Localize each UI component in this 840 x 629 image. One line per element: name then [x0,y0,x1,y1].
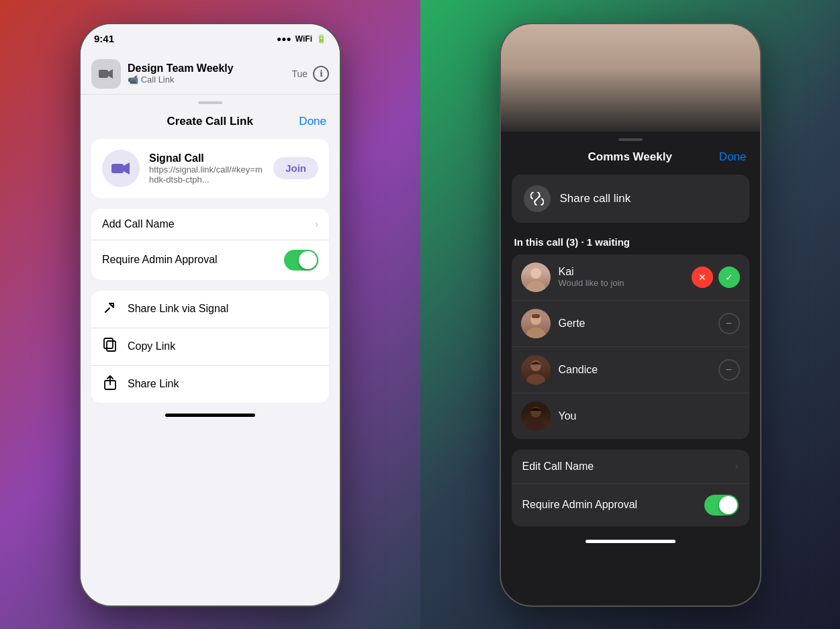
sheet-header: Create Call Link Done [81,115,340,139]
edit-call-name-row[interactable]: Edit Call Name › [512,450,749,484]
require-admin-label: Require Admin Approval [102,254,284,266]
nav-title-container: Design Team Weekly 📹 🎥 Call Link Call Li… [128,62,285,85]
edit-call-name-chevron: › [735,461,738,473]
svg-point-8 [530,268,541,279]
status-icons-left: ●●● WiFi 🔋 [277,34,326,44]
time-left: 9:41 [94,33,114,44]
day-label: Tue [291,68,308,79]
edit-call-name-label: Edit Call Name [522,461,735,473]
home-indicator-left [165,414,255,417]
svg-marker-3 [124,162,130,175]
add-call-name-label: Add Call Name [102,218,315,230]
accept-button-kai[interactable]: ✓ [718,267,740,288]
participant-info-candice: Candice [559,364,710,376]
require-admin-row[interactable]: Require Admin Approval [91,240,329,280]
participant-name-candice: Candice [559,364,710,376]
copy-link-label: Copy Link [128,340,175,352]
admin-approval-toggle-right[interactable] [704,495,739,516]
participant-name-you: You [559,410,740,422]
svg-point-15 [526,374,545,385]
participant-info-kai: Kai Would like to join [559,266,684,288]
require-admin-row-right[interactable]: Require Admin Approval [512,484,749,526]
chevron-icon: › [315,218,318,230]
dark-handle [618,138,643,141]
participant-name-kai: Kai [559,266,684,278]
dark-title: Comms Weekly [541,150,719,164]
copy-icon [102,338,118,356]
admin-approval-toggle[interactable] [284,250,318,271]
video-icon-small: 📹 [128,75,138,85]
dark-settings-section: Edit Call Name › Require Admin Approval [512,450,749,526]
call-icon [102,150,140,187]
add-call-name-row[interactable]: Add Call Name › [91,209,329,240]
nav-main-title: Design Team Weekly [128,62,285,75]
call-link-url: https://signal.link/call/#key=mhdk-dtsb-… [149,164,264,185]
reject-button-kai[interactable]: ✕ [692,267,713,288]
call-section-header: In this call (3) · 1 waiting [501,236,760,254]
participant-actions-gerte: − [718,313,740,334]
share-via-signal-row[interactable]: Share Link via Signal [91,291,329,328]
participant-row-gerte: Gerte − [512,301,749,347]
status-bar-left: 9:41 ●●● WiFi 🔋 [81,24,340,54]
avatar-kai [521,262,551,292]
share-call-link-button[interactable]: Share call link [512,175,749,223]
remove-button-gerte[interactable]: − [718,313,740,334]
share-call-link-label: Share call link [560,192,631,205]
sheet-title: Create Call Link [121,115,299,128]
toggle-knob [299,251,317,269]
participant-status-kai: Would like to join [559,278,684,288]
nav-video-icon [91,59,121,89]
right-phone-frame: Comms Weekly Done Share call link In thi… [500,23,761,607]
svg-rect-4 [107,341,115,351]
participant-row-you: You [512,393,749,439]
wifi-icon: WiFi [295,34,312,44]
share-link-row[interactable]: Share Link [91,366,329,403]
svg-rect-13 [532,314,540,318]
participant-info-you: You [559,410,740,422]
nav-bar-left: Design Team Weekly 📹 🎥 Call Link Call Li… [81,54,340,95]
require-admin-label-right: Require Admin Approval [522,499,704,511]
toggle-knob-right [719,496,737,514]
avatar-gerte [521,309,551,338]
participant-name-gerte: Gerte [559,318,710,330]
call-link-card: Signal Call https://signal.link/call/#ke… [91,139,329,198]
call-link-name: Signal Call [149,152,264,164]
share-via-signal-label: Share Link via Signal [128,303,228,315]
battery-icon: 🔋 [316,34,326,44]
signal-icon: ●●● [277,34,291,44]
left-phone-frame: 9:41 ●●● WiFi 🔋 Design Team Weekly 📹 🎥 C… [79,23,341,607]
svg-line-7 [534,196,540,201]
participant-info-gerte: Gerte [559,318,710,330]
copy-link-row[interactable]: Copy Link [91,328,329,366]
dark-done-button[interactable]: Done [719,150,747,164]
svg-point-17 [526,420,545,431]
share-link-label: Share Link [128,378,179,390]
sheet-handle [198,101,222,104]
participant-row-kai: Kai Would like to join ✕ ✓ [512,254,749,301]
participant-row-candice: Candice − [512,347,749,393]
home-indicator-right [586,540,675,543]
right-phone-background: Comms Weekly Done Share call link In thi… [420,0,840,629]
action-section: Share Link via Signal Copy Link [91,291,329,403]
participant-actions-candice: − [718,359,740,381]
nav-subtitle: 📹 🎥 Call Link Call Link [128,75,285,85]
call-link-info: Signal Call https://signal.link/call/#ke… [149,152,264,185]
svg-point-9 [526,281,545,292]
sheet-done-button[interactable]: Done [299,115,326,128]
right-phone-content: Comms Weekly Done Share call link In thi… [501,132,760,606]
join-button[interactable]: Join [273,157,318,179]
nav-right-area: Tue ℹ [291,66,329,82]
svg-rect-2 [111,164,124,173]
settings-section-left: Add Call Name › Require Admin Approval [91,209,329,280]
info-icon[interactable]: ℹ [313,66,329,82]
share-icon [102,375,118,393]
share-signal-icon [102,300,118,318]
video-background [501,24,760,132]
svg-marker-1 [108,69,113,79]
svg-rect-0 [99,70,108,78]
left-phone-background: 9:41 ●●● WiFi 🔋 Design Team Weekly 📹 🎥 C… [0,0,420,629]
remove-button-candice[interactable]: − [718,359,740,381]
svg-point-12 [526,328,545,338]
link-icon [524,185,551,212]
avatar-candice [521,355,551,385]
